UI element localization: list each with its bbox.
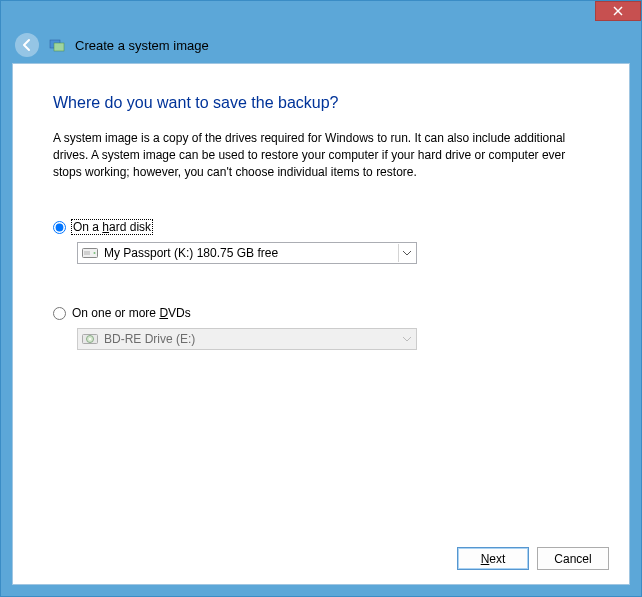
radio-harddisk-label[interactable]: On a hard disk [72, 220, 152, 234]
close-button[interactable] [595, 1, 641, 21]
radio-harddisk[interactable] [53, 221, 66, 234]
svg-point-9 [89, 338, 91, 340]
cancel-button[interactable]: Cancel [537, 547, 609, 570]
disc-drive-icon [82, 333, 98, 345]
option-dvd: On one or more DVDs BD-RE Drive (E:) [53, 306, 589, 350]
svg-rect-3 [54, 43, 64, 51]
dvd-select-value: BD-RE Drive (E:) [104, 332, 392, 346]
radio-dvd-label[interactable]: On one or more DVDs [72, 306, 191, 320]
option-harddisk: On a hard disk My Passport (K:) 180.75 G… [53, 220, 589, 264]
app-icon [49, 37, 65, 53]
harddisk-select[interactable]: My Passport (K:) 180.75 GB free [77, 242, 417, 264]
drive-icon [82, 247, 98, 259]
page-description: A system image is a copy of the drives r… [53, 130, 589, 180]
radio-dvd[interactable] [53, 307, 66, 320]
svg-rect-6 [84, 251, 90, 255]
back-arrow-icon [20, 38, 34, 52]
page-heading: Where do you want to save the backup? [53, 94, 589, 112]
harddisk-select-value: My Passport (K:) 180.75 GB free [104, 246, 392, 260]
svg-point-5 [94, 252, 96, 254]
close-icon [613, 6, 623, 16]
next-button[interactable]: Next [457, 547, 529, 570]
chevron-down-icon [398, 244, 414, 262]
back-button[interactable] [15, 33, 39, 57]
wizard-title: Create a system image [75, 38, 209, 53]
chevron-down-icon [398, 330, 414, 348]
dvd-select: BD-RE Drive (E:) [77, 328, 417, 350]
